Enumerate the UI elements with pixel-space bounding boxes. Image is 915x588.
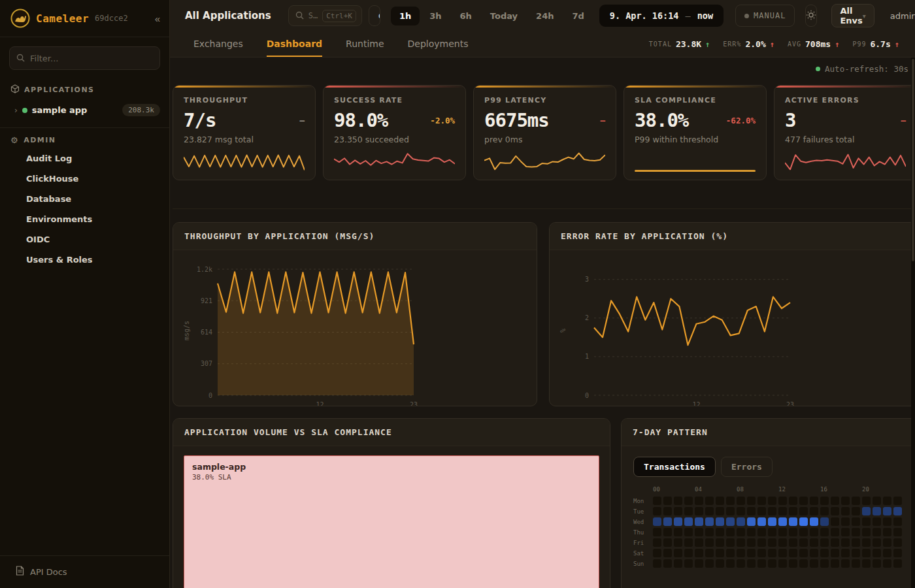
heatmap-cell — [663, 528, 672, 536]
manual-refresh-button[interactable]: MANUAL — [735, 5, 795, 27]
heatmap-cell — [810, 497, 818, 505]
heatmap-cell — [737, 559, 745, 568]
bottom-row: APPLICATION VOLUME VS SLA COMPLIANCE sam… — [173, 418, 915, 588]
heatmap-hour-label — [757, 486, 766, 495]
sidebar-collapse-button[interactable]: « — [155, 13, 160, 24]
heatmap-cell — [684, 517, 693, 526]
tab-runtime[interactable]: Runtime — [346, 31, 384, 57]
time-range-3h[interactable]: 3h — [421, 7, 450, 25]
heatmap-cell — [778, 507, 787, 515]
toggle-errors[interactable]: Errors — [721, 457, 773, 477]
time-range-24h[interactable]: 24h — [527, 7, 562, 25]
time-range-7d[interactable]: 7d — [563, 7, 592, 25]
svg-text:307: 307 — [201, 360, 212, 367]
auto-refresh-indicator: Auto-refresh: 30s — [173, 57, 915, 74]
heatmap-cell — [757, 497, 766, 505]
connection-status-pill[interactable]: O — [369, 5, 380, 26]
heatmap-cell — [757, 559, 766, 568]
throughput-chart: 03076149211.2k1223msg/s — [173, 250, 537, 406]
sla-treemap-tile[interactable]: sample-app38.0% SLA — [184, 455, 599, 588]
heatmap-cell — [810, 538, 818, 547]
scrollbar-thumb[interactable] — [912, 59, 914, 261]
week-heatmap: 000408121620MonTueWedThuFriSatSun — [633, 486, 915, 570]
kpi-accent-bar — [774, 86, 915, 88]
heatmap-cell — [831, 497, 839, 505]
app-version: 69dcce2 — [95, 14, 128, 23]
heatmap-cell — [726, 507, 735, 515]
username-label: admin — [890, 11, 915, 21]
time-window-display[interactable]: 9. Apr. 16:14 – now — [599, 5, 724, 27]
heatmap-day-label: Wed — [633, 519, 653, 525]
sidebar-filter-input[interactable] — [30, 54, 153, 63]
sidebar-item-database[interactable]: Database — [0, 189, 169, 209]
sla-panel-title: APPLICATION VOLUME VS SLA COMPLIANCE — [173, 419, 610, 446]
heatmap-cell — [653, 497, 661, 505]
heatmap-cell — [716, 549, 724, 557]
heatmap-day-label: Tue — [633, 508, 653, 515]
heatmap-day-label: Sat — [633, 550, 653, 557]
time-range-1h[interactable]: 1h — [391, 7, 420, 25]
theme-toggle-button[interactable] — [805, 5, 817, 27]
heatmap-cell — [873, 559, 881, 568]
heatmap-cell — [893, 497, 902, 505]
heatmap-cell — [789, 549, 797, 557]
time-range-today[interactable]: Today — [482, 7, 526, 25]
stat-value: 2.0% — [745, 39, 765, 49]
tab-exchanges[interactable]: Exchanges — [193, 31, 243, 57]
sidebar-item-environments[interactable]: Environments — [0, 209, 169, 229]
heatmap-cell — [883, 559, 891, 568]
heatmap-cell — [841, 538, 850, 547]
vertical-scrollbar[interactable] — [911, 57, 915, 588]
stat-trend-arrow-icon: ↑ — [895, 40, 899, 49]
status-label: O — [378, 11, 380, 21]
sidebar-item-audit-log[interactable]: Audit Log — [0, 148, 169, 169]
heatmap-cell — [893, 549, 902, 557]
heatmap-cell — [841, 528, 850, 536]
applications-section-header: APPLICATIONS — [0, 76, 169, 99]
heatmap-cell — [705, 517, 714, 526]
heatmap-cell — [726, 497, 735, 505]
heatmap-cell — [862, 507, 871, 515]
tab-deployments[interactable]: Deployments — [408, 31, 469, 57]
heatmap-hour-label: 00 — [653, 486, 661, 495]
error-rate-panel: ERROR RATE BY APPLICATION (%) 01231223% — [549, 222, 915, 406]
heatmap-cell — [747, 517, 756, 526]
sidebar-item-clickhouse[interactable]: ClickHouse — [0, 169, 169, 189]
environment-select[interactable]: All Envs ▾ — [831, 4, 874, 27]
kpi-subtext: 477 failures total — [785, 135, 906, 144]
pattern-toggle-group: TransactionsErrors — [633, 457, 915, 477]
heatmap-cell — [663, 549, 672, 557]
stat-p99: P996.7s↑ — [852, 39, 899, 49]
heatmap-cell — [873, 497, 881, 505]
heatmap-day-label: Sun — [633, 561, 653, 567]
heatmap-cell — [883, 517, 891, 526]
heatmap-cell — [663, 538, 672, 547]
sidebar-item-application[interactable]: ›sample app208.3k — [0, 99, 169, 121]
heatmap-cell — [789, 497, 797, 505]
tab-dashboard[interactable]: Dashboard — [267, 31, 322, 57]
api-docs-link[interactable]: API Docs — [0, 556, 169, 588]
time-range-6h[interactable]: 6h — [452, 7, 480, 25]
heatmap-cell — [831, 538, 839, 547]
heatmap-cell — [862, 528, 871, 536]
auto-refresh-label: Auto-refresh: 30s — [825, 64, 908, 74]
admin-nav: Audit LogClickHouseDatabaseEnvironmentsO… — [0, 148, 169, 270]
kpi-subtext: 23.350 succeeded — [334, 135, 455, 144]
dashboard-content: Auto-refresh: 30s THROUGHPUT7/s–23.827 m… — [170, 57, 915, 588]
stat-trend-arrow-icon: ↑ — [835, 40, 839, 49]
heatmap-cell — [653, 528, 661, 536]
heatmap-cell — [799, 497, 808, 505]
kpi-card-p99-latency: P99 LATENCY6675ms–prev 0ms — [473, 85, 616, 180]
sidebar-filter[interactable] — [9, 46, 160, 70]
stat-value: 6.7s — [870, 39, 890, 49]
kpi-label: THROUGHPUT — [184, 96, 305, 105]
svg-text:23: 23 — [786, 401, 794, 406]
heatmap-hour-label — [705, 486, 714, 495]
heatmap-cell — [799, 528, 808, 536]
global-search[interactable]: S… Ctrl+K — [288, 5, 362, 26]
sidebar-item-users-roles[interactable]: Users & Roles — [0, 250, 169, 270]
time-to: now — [697, 10, 713, 21]
sidebar-item-oidc[interactable]: OIDC — [0, 229, 169, 250]
treemap-sla-value: 38.0% SLA — [192, 473, 591, 482]
toggle-transactions[interactable]: Transactions — [633, 457, 716, 477]
